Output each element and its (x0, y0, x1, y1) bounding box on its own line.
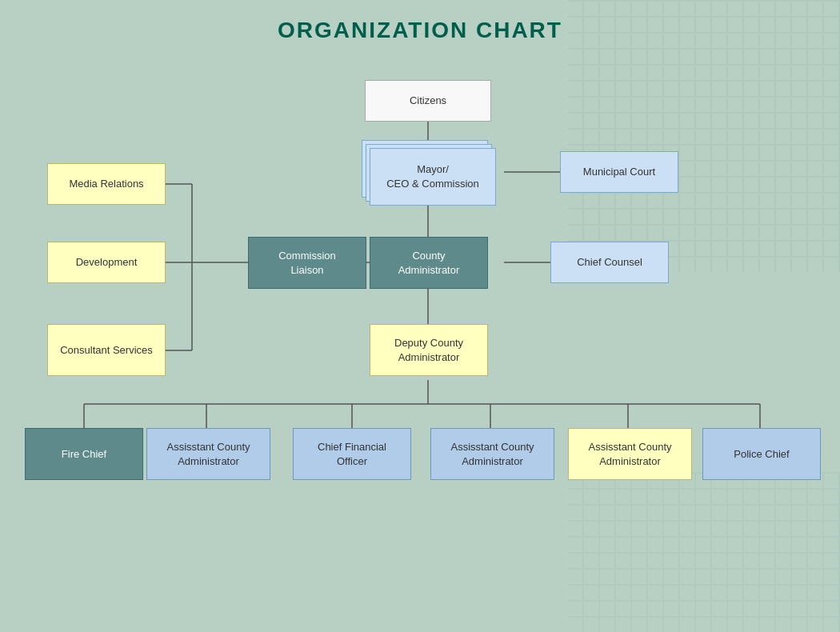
consultant-services-box: Consultant Services (47, 324, 166, 376)
development-box: Development (47, 242, 166, 283)
page-title: ORGANIZATION CHART (0, 0, 840, 43)
municipal-court-box: Municipal Court (560, 151, 678, 193)
media-relations-box: Media Relations (47, 163, 166, 205)
fire-chief-box: Fire Chief (25, 428, 143, 480)
asst-admin-2-box: Assisstant County Administrator (430, 428, 554, 480)
asst-admin-1-box: Assisstant County Administrator (146, 428, 270, 480)
chief-counsel-box: Chief Counsel (550, 242, 669, 283)
commission-liaison-box: Commission Liaison (248, 237, 366, 289)
deputy-county-admin-box: Deputy County Administrator (370, 324, 488, 376)
citizens-box: Citizens (365, 80, 491, 122)
police-chief-box: Police Chief (702, 428, 821, 480)
asst-admin-3-box: Assisstant County Administrator (568, 428, 692, 480)
county-administrator-box: County Administrator (370, 237, 488, 289)
cfo-box: Chief Financial Officer (293, 428, 411, 480)
